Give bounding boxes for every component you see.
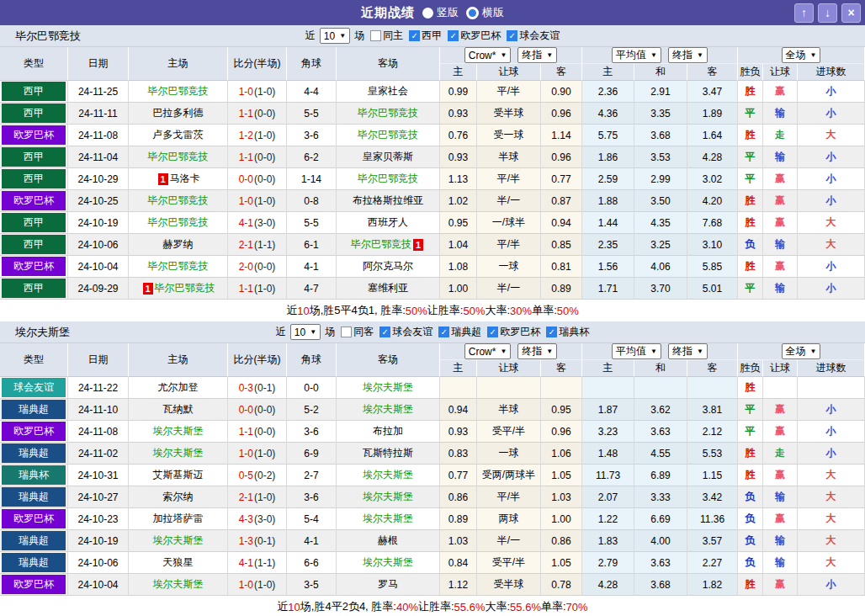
away-team-link[interactable]: 毕尔巴鄂竞技 bbox=[351, 237, 411, 252]
home-team-link[interactable]: 埃尔夫斯堡 bbox=[153, 424, 204, 438]
result-outcome: 胜 bbox=[738, 256, 763, 278]
league-filter-checkbox[interactable]: ✓西甲 bbox=[409, 29, 442, 43]
match-score: 0-5(0-2) bbox=[228, 465, 287, 486]
odds-time-select[interactable]: 终指▼ bbox=[517, 47, 557, 63]
result-handicap: 赢 bbox=[763, 421, 798, 443]
odds-time-select[interactable]: 终指▼ bbox=[517, 343, 557, 359]
home-team-cell: 赫罗纳 bbox=[129, 234, 228, 256]
column-subheader: 客 bbox=[541, 360, 582, 377]
home-team-link[interactable]: 埃尔夫斯堡 bbox=[153, 577, 204, 592]
column-header: 比分(半场) bbox=[228, 47, 287, 81]
scope-select[interactable]: 全场▼ bbox=[782, 343, 821, 359]
home-team-link[interactable]: 毕尔巴鄂竞技 bbox=[148, 150, 209, 164]
league-filter-checkbox[interactable]: ✓瑞典超 bbox=[438, 325, 481, 339]
odds-company-select[interactable]: Crow*▼ bbox=[464, 343, 512, 359]
handicap-odds-home: 0.93 bbox=[440, 103, 477, 125]
handicap-odds-home: 1.00 bbox=[440, 278, 477, 300]
corner-score: 4-1 bbox=[287, 256, 337, 278]
result-outcome: 胜 bbox=[738, 443, 763, 465]
match-count-select[interactable]: 10▼ bbox=[320, 28, 350, 44]
avg-odds-home: 2.36 bbox=[582, 81, 634, 103]
close-button[interactable]: × bbox=[841, 3, 861, 23]
avg-time-select[interactable]: 终指▼ bbox=[668, 47, 708, 63]
result-goals: 大 bbox=[798, 125, 865, 146]
handicap-odds-away: 0.85 bbox=[541, 234, 582, 256]
match-date: 24-10-06 bbox=[68, 234, 129, 256]
away-team-link[interactable]: 埃尔夫斯堡 bbox=[363, 490, 413, 504]
column-header: 角球 bbox=[287, 343, 337, 377]
layout-radio-vertical[interactable]: 竖版 bbox=[422, 5, 459, 20]
home-team-link[interactable]: 毕尔巴鄂竞技 bbox=[155, 281, 215, 295]
avg-source-select[interactable]: 平均值▼ bbox=[612, 343, 661, 359]
summary-text: 近 bbox=[277, 599, 288, 614]
away-team: 西班牙人 bbox=[368, 215, 408, 230]
corner-score: 4-4 bbox=[287, 81, 337, 103]
same-venue-checkbox-label: 同客 bbox=[353, 325, 374, 339]
team-name: 毕尔巴鄂竞技 bbox=[15, 29, 81, 44]
home-team: 马洛卡 bbox=[170, 172, 200, 186]
result-outcome: 胜 bbox=[738, 574, 763, 596]
checkbox-checked-icon: ✓ bbox=[438, 327, 449, 337]
home-team-link[interactable]: 毕尔巴鄂竞技 bbox=[148, 84, 209, 98]
away-team-cell: 布拉加 bbox=[337, 421, 440, 443]
league-filter-checkbox-label: 欧罗巴杯 bbox=[460, 29, 501, 43]
column-header: 角球 bbox=[287, 47, 337, 81]
result-goals: 小 bbox=[798, 421, 865, 443]
avg-odds-home: 2.79 bbox=[582, 552, 634, 574]
same-venue-checkbox[interactable]: 同主 bbox=[370, 29, 403, 43]
move-up-button[interactable]: ↑ bbox=[794, 3, 814, 23]
scope-select[interactable]: 全场▼ bbox=[782, 47, 821, 63]
summary-text: 近 bbox=[286, 303, 297, 318]
same-venue-checkbox[interactable]: 同客 bbox=[341, 325, 374, 339]
corner-score: 6-1 bbox=[287, 234, 337, 256]
odds-company-select[interactable]: Crow*▼ bbox=[464, 47, 512, 63]
home-team-link[interactable]: 埃尔夫斯堡 bbox=[153, 534, 204, 548]
league-filter-checkbox[interactable]: ✓球会友谊 bbox=[379, 325, 432, 339]
away-team-link[interactable]: 埃尔夫斯堡 bbox=[363, 468, 413, 482]
halftime-score: (1-0) bbox=[254, 491, 275, 503]
odds-header-group: 平均值▼终指▼ bbox=[582, 343, 738, 360]
home-team-link[interactable]: 埃尔夫斯堡 bbox=[153, 446, 204, 460]
corner-score: 0-8 bbox=[287, 190, 337, 212]
home-team: 巴拉多利德 bbox=[153, 106, 204, 120]
layout-radio-horizontal[interactable]: 横版 bbox=[466, 5, 504, 20]
away-team-link[interactable]: 埃尔夫斯堡 bbox=[363, 512, 413, 526]
summary-text: 55.6% bbox=[454, 601, 486, 613]
handicap-odds-home: 0.86 bbox=[440, 486, 477, 508]
avg-time-select[interactable]: 终指▼ bbox=[668, 343, 708, 359]
away-team-link[interactable]: 埃尔夫斯堡 bbox=[363, 402, 413, 417]
away-team-link[interactable]: 埃尔夫斯堡 bbox=[363, 380, 413, 395]
league-filter-checkbox[interactable]: ✓欧罗巴杯 bbox=[487, 325, 540, 339]
away-team-link[interactable]: 毕尔巴鄂竞技 bbox=[358, 172, 418, 186]
handicap-odds-away: 0.89 bbox=[541, 278, 582, 300]
match-count-select[interactable]: 10▼ bbox=[290, 324, 321, 340]
league-filter-checkbox[interactable]: ✓欧罗巴杯 bbox=[448, 29, 501, 43]
result-outcome: 负 bbox=[738, 552, 763, 574]
avg-odds-home bbox=[582, 377, 634, 399]
home-team-link[interactable]: 毕尔巴鄂竞技 bbox=[148, 194, 209, 208]
team-name: 埃尔夫斯堡 bbox=[15, 325, 70, 340]
down-arrow-icon: ↓ bbox=[825, 6, 831, 19]
league-type-cell: 瑞典超 bbox=[0, 530, 68, 552]
avg-odds-away: 3.10 bbox=[687, 234, 738, 256]
summary-text: 70% bbox=[566, 601, 588, 613]
halftime-score: (1-0) bbox=[254, 195, 275, 207]
handicap-odds-home: 1.03 bbox=[440, 530, 477, 552]
away-team-link[interactable]: 埃尔夫斯堡 bbox=[363, 555, 413, 570]
home-team-link[interactable]: 毕尔巴鄂竞技 bbox=[148, 215, 209, 230]
handicap-odds-home: 0.89 bbox=[440, 508, 477, 530]
handicap-line: 受两/两球半 bbox=[477, 465, 541, 486]
home-team-link[interactable]: 毕尔巴鄂竞技 bbox=[148, 259, 209, 273]
league-type-cell: 西甲 bbox=[0, 103, 68, 125]
avg-source-select[interactable]: 平均值▼ bbox=[612, 47, 661, 63]
halftime-score: (0-0) bbox=[254, 151, 275, 163]
move-down-button[interactable]: ↓ bbox=[818, 3, 837, 23]
home-team-cell: 埃尔夫斯堡 bbox=[129, 574, 228, 596]
away-team-link[interactable]: 毕尔巴鄂竞技 bbox=[358, 128, 418, 142]
league-filter-checkbox[interactable]: ✓瑞典杯 bbox=[546, 325, 589, 339]
handicap-odds-home: 0.84 bbox=[440, 552, 477, 574]
away-team-link[interactable]: 毕尔巴鄂竞技 bbox=[358, 106, 418, 120]
league-filter-checkbox[interactable]: ✓球会友谊 bbox=[507, 29, 560, 43]
home-team-cell: 埃尔夫斯堡 bbox=[129, 530, 228, 552]
halftime-score: (1-0) bbox=[254, 130, 275, 141]
